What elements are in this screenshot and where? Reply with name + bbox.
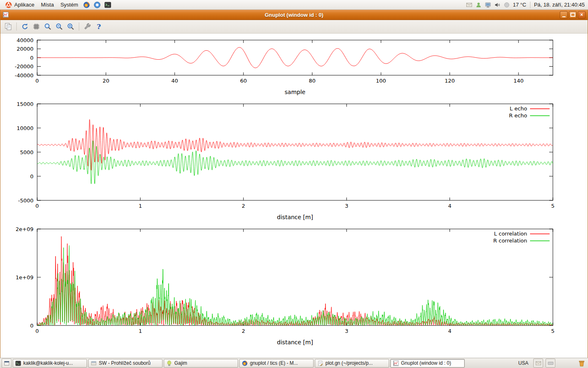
menu-places[interactable]: Místa	[38, 0, 57, 10]
plot-canvas[interactable]: 020406080100120140-40000-200000200004000…	[0, 34, 588, 358]
svg-text:80: 80	[309, 78, 316, 84]
wrench-icon	[83, 22, 91, 31]
svg-text:2e+09: 2e+09	[16, 227, 33, 232]
svg-text:15000: 15000	[17, 102, 33, 107]
temperature-label[interactable]: 17 °C	[513, 2, 526, 8]
window-toolbar: ?	[0, 20, 588, 34]
volume-icon[interactable]	[494, 2, 501, 8]
svg-text:4: 4	[448, 328, 451, 334]
window-titlebar[interactable]: Gnuplot (window id : 0) ×	[0, 10, 588, 20]
svg-text:R echo: R echo	[509, 112, 527, 119]
taskbar-item-label: Gnuplot (window id : 0)	[401, 360, 451, 366]
menu-applications-label: Aplikace	[14, 2, 34, 8]
svg-text:L correlation: L correlation	[494, 231, 527, 237]
chart-sample-waveform[interactable]: 020406080100120140-40000-200000200004000…	[0, 37, 588, 102]
svg-text:2: 2	[242, 203, 245, 209]
firefox-icon	[83, 1, 90, 9]
panel-separator	[530, 2, 530, 8]
keyboard-icon	[548, 360, 554, 366]
svg-text:-40000: -40000	[15, 72, 33, 79]
tray-mail[interactable]	[533, 359, 543, 368]
help-icon	[94, 1, 101, 9]
taskbar-item-label: kaklik@kaklik-kolej-u...	[23, 360, 73, 366]
svg-text:40: 40	[172, 78, 178, 84]
taskbar-item-label: SW - Prohlížeč souborů	[99, 360, 151, 366]
svg-text:5000: 5000	[20, 149, 33, 155]
firefox-icon	[242, 360, 248, 366]
user-switcher-icon[interactable]	[475, 2, 482, 8]
svg-text:5: 5	[551, 328, 555, 334]
help-button[interactable]: ?	[94, 21, 104, 32]
menu-applications[interactable]: Aplikace	[2, 0, 38, 10]
svg-text:-5000: -5000	[18, 197, 33, 204]
autoscale-button[interactable]	[42, 21, 53, 32]
file-manager-icon	[91, 360, 97, 366]
zoom-next-button[interactable]	[65, 21, 76, 32]
taskbar-item-gajim[interactable]: Gajim	[164, 359, 238, 368]
window-title: Gnuplot (window id : 0)	[0, 12, 588, 18]
gnuplot-icon	[393, 360, 399, 366]
zoom-previous-button[interactable]	[54, 21, 65, 32]
keyboard-layout-indicator[interactable]: USA	[516, 360, 531, 366]
computer-icon[interactable]	[485, 2, 491, 8]
svg-text:20: 20	[102, 78, 109, 84]
settings-button[interactable]	[82, 21, 93, 32]
ubuntu-logo-icon	[5, 1, 12, 9]
svg-text:L echo: L echo	[510, 105, 527, 112]
svg-text:20000: 20000	[17, 46, 33, 52]
text-editor-icon	[317, 360, 323, 366]
taskbar-item-browser[interactable]: gnuplot / tics (E) - M...	[239, 359, 314, 368]
window-icon	[4, 360, 10, 366]
chart-correlation[interactable]: 01234501e+092e+09distance [m]L correlati…	[0, 227, 588, 349]
svg-text:120: 120	[445, 78, 455, 84]
mail-icon	[535, 360, 541, 366]
svg-text:2: 2	[242, 328, 245, 334]
launcher-terminal[interactable]	[104, 1, 112, 9]
launcher-help[interactable]	[93, 1, 101, 9]
weather-icon[interactable]	[503, 2, 510, 8]
grid-icon	[32, 22, 40, 31]
svg-text:3: 3	[345, 328, 348, 334]
taskbar-item-terminal[interactable]: kaklik@kaklik-kolej-u...	[13, 359, 87, 368]
mail-icon[interactable]	[466, 2, 472, 8]
zoom-icon	[44, 22, 52, 31]
svg-text:100: 100	[376, 78, 386, 84]
terminal-icon	[15, 360, 21, 366]
launcher-firefox[interactable]	[82, 1, 91, 9]
replot-button[interactable]	[20, 21, 30, 32]
svg-text:0: 0	[30, 323, 33, 329]
taskbar-item-file-manager[interactable]: SW - Prohlížeč souborů	[88, 359, 163, 368]
svg-text:0: 0	[36, 328, 39, 334]
svg-text:1: 1	[138, 203, 142, 209]
clock-label[interactable]: Pá, 18. září, 21:40:45	[534, 2, 585, 8]
minimize-button[interactable]	[560, 11, 568, 19]
svg-text:sample: sample	[285, 89, 305, 95]
show-desktop-button[interactable]	[2, 359, 11, 368]
svg-text:40000: 40000	[17, 37, 33, 43]
menu-places-label: Místa	[41, 2, 54, 8]
toolbar-separator	[79, 22, 79, 31]
taskbar-item-gnuplot[interactable]: Gnuplot (window id : 0)	[390, 359, 465, 368]
svg-text:0: 0	[36, 203, 39, 209]
copy-button[interactable]	[3, 21, 13, 32]
svg-text:5: 5	[551, 203, 555, 209]
menu-system[interactable]: Systém	[57, 0, 81, 10]
taskbar-item-label: plot.gn (~/projects/p...	[325, 360, 373, 366]
svg-text:0: 0	[30, 173, 33, 180]
svg-text:4: 4	[448, 203, 451, 209]
toolbar-separator	[16, 22, 17, 31]
tray-keyboard[interactable]	[546, 359, 555, 368]
trash-icon	[578, 359, 586, 367]
close-button[interactable]: ×	[578, 11, 586, 19]
taskbar: kaklik@kaklik-kolej-u... SW - Prohlížeč …	[0, 358, 588, 368]
chart-echo-waveforms[interactable]: 012345-5000050001000015000distance [m]L …	[0, 102, 588, 225]
taskbar-item-editor[interactable]: plot.gn (~/projects/p...	[315, 359, 389, 368]
gajim-icon	[166, 360, 172, 366]
svg-text:1e+09: 1e+09	[16, 274, 33, 280]
toggle-grid-button[interactable]	[31, 21, 42, 32]
svg-text:-20000: -20000	[15, 63, 33, 70]
maximize-button[interactable]	[569, 11, 577, 19]
svg-text:distance [m]: distance [m]	[277, 339, 313, 346]
trash-applet[interactable]	[577, 359, 586, 368]
copy-icon	[4, 22, 12, 31]
